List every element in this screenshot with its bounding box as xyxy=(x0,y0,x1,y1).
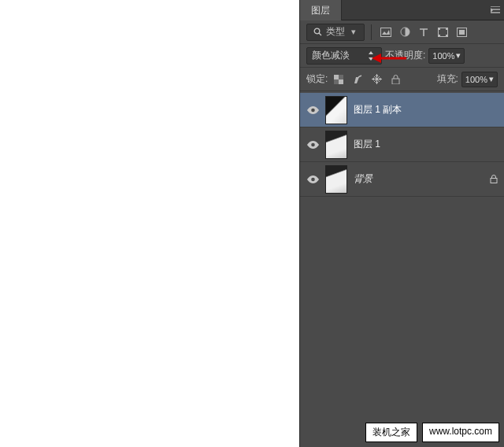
layers-panel: 图层 类型 ▾ 颜色减淡 不透明度: 100% ▾ xyxy=(299,0,504,447)
svg-rect-8 xyxy=(446,35,448,37)
lock-image-icon[interactable] xyxy=(350,72,365,87)
lock-label: 锁定: xyxy=(306,72,328,86)
chevron-down-icon: ▾ xyxy=(489,74,494,84)
svg-rect-15 xyxy=(392,79,399,84)
watermark: 装机之家 www.lotpc.com xyxy=(365,423,499,442)
blend-mode-dropdown[interactable]: 颜色减淡 xyxy=(306,47,382,65)
watermark-url: www.lotpc.com xyxy=(422,423,499,442)
layers-tab[interactable]: 图层 xyxy=(300,0,342,20)
blend-mode-value: 颜色减淡 xyxy=(312,49,350,62)
opacity-value: 100% xyxy=(432,51,454,61)
layer-name-label[interactable]: 图层 1 副本 xyxy=(354,103,402,116)
filter-adjustment-icon[interactable] xyxy=(397,24,413,40)
opacity-label: 不透明度: xyxy=(385,49,425,62)
visibility-toggle[interactable] xyxy=(306,104,319,116)
lock-transparent-icon[interactable] xyxy=(331,72,346,87)
divider xyxy=(371,24,372,40)
svg-rect-13 xyxy=(339,75,343,79)
lock-position-icon[interactable] xyxy=(369,72,384,87)
layer-row[interactable]: 图层 1 副本 xyxy=(300,93,504,127)
layer-thumbnail[interactable] xyxy=(325,165,347,194)
fill-value: 100% xyxy=(465,75,487,84)
layers-list: 图层 1 副本 图层 1 背景 xyxy=(300,91,504,197)
visibility-toggle[interactable] xyxy=(306,173,319,186)
svg-rect-6 xyxy=(446,28,448,30)
filter-type-dropdown[interactable]: 类型 ▾ xyxy=(306,24,365,41)
chevron-down-icon: ▾ xyxy=(456,50,461,61)
svg-rect-11 xyxy=(334,75,339,79)
layer-name-label[interactable]: 背景 xyxy=(354,172,372,186)
layer-name-label[interactable]: 图层 1 xyxy=(354,138,380,151)
svg-rect-19 xyxy=(491,179,497,183)
filter-pixel-icon[interactable] xyxy=(378,24,394,40)
svg-point-16 xyxy=(311,108,315,112)
svg-line-1 xyxy=(319,33,321,35)
filter-shape-icon[interactable] xyxy=(435,24,450,40)
lock-row: 锁定: 填充: 100% ▾ xyxy=(300,68,504,91)
chevron-down-icon: ▾ xyxy=(348,27,359,38)
svg-rect-5 xyxy=(438,28,440,30)
layer-thumbnail[interactable] xyxy=(325,131,347,159)
search-icon xyxy=(312,27,323,38)
svg-rect-7 xyxy=(438,35,440,37)
layer-row[interactable]: 背景 xyxy=(300,162,504,197)
filter-smart-icon[interactable] xyxy=(454,24,469,40)
fill-input[interactable]: 100% ▾ xyxy=(461,72,498,87)
visibility-toggle[interactable] xyxy=(306,139,319,151)
svg-point-18 xyxy=(311,177,315,181)
filter-type-label: 类型 xyxy=(326,25,345,39)
svg-point-17 xyxy=(311,142,315,146)
blend-row: 颜色减淡 不透明度: 100% ▾ xyxy=(300,44,504,68)
svg-rect-10 xyxy=(459,30,465,35)
svg-rect-2 xyxy=(381,28,391,36)
watermark-site: 装机之家 xyxy=(365,423,417,442)
document-canvas[interactable] xyxy=(0,0,290,447)
svg-rect-12 xyxy=(339,79,343,84)
filter-row: 类型 ▾ xyxy=(300,20,504,44)
panel-tabbar: 图层 xyxy=(300,0,504,20)
panel-menu-icon[interactable] xyxy=(487,0,504,20)
layer-thumbnail[interactable] xyxy=(325,96,347,124)
layer-row[interactable]: 图层 1 xyxy=(300,127,504,162)
fill-label: 填充: xyxy=(437,72,458,86)
chevron-updown-icon xyxy=(365,50,376,61)
lock-icon xyxy=(490,175,498,183)
opacity-input[interactable]: 100% ▾ xyxy=(428,48,465,64)
filter-text-icon[interactable] xyxy=(416,24,432,40)
lock-all-icon[interactable] xyxy=(387,72,403,87)
svg-rect-14 xyxy=(334,79,339,84)
svg-point-0 xyxy=(314,28,320,34)
